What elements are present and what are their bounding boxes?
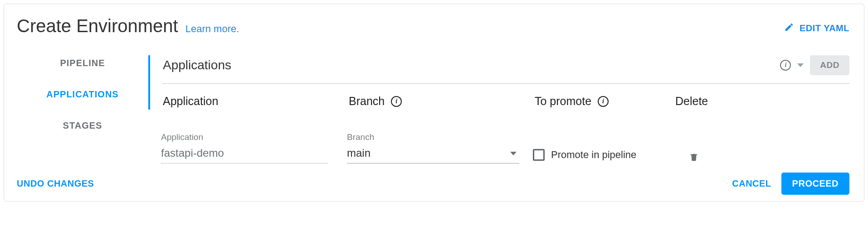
learn-more-link[interactable]: Learn more. xyxy=(185,23,239,35)
col-header-application: Application xyxy=(163,95,344,108)
branch-field: Branch main xyxy=(347,132,528,163)
promote-cell: Promote in pipeline xyxy=(533,149,669,163)
create-environment-panel: Create Environment Learn more. EDIT YAML… xyxy=(4,4,864,202)
col-header-delete-label: Delete xyxy=(675,95,708,108)
undo-changes-button[interactable]: UNDO CHANGES xyxy=(17,178,94,189)
application-row: Application Branch main Promote in pipel… xyxy=(148,123,849,163)
sidebar: PIPELINE APPLICATIONS STAGES xyxy=(17,55,148,163)
trash-icon[interactable] xyxy=(689,152,699,163)
edit-yaml-label: EDIT YAML xyxy=(800,23,849,34)
sidebar-item-stages[interactable]: STAGES xyxy=(17,120,148,131)
promote-checkbox[interactable] xyxy=(533,149,545,161)
chevron-down-icon xyxy=(510,152,517,155)
application-input[interactable] xyxy=(161,144,328,163)
table-header: Application Branch i To promote i Delete xyxy=(163,84,849,110)
col-header-delete: Delete xyxy=(675,95,716,108)
info-icon[interactable]: i xyxy=(780,60,791,71)
edit-yaml-button[interactable]: EDIT YAML xyxy=(784,22,849,34)
promote-label: Promote in pipeline xyxy=(551,149,636,161)
panel-footer: UNDO CHANGES CANCEL PROCEED xyxy=(17,163,849,195)
branch-field-label: Branch xyxy=(347,132,528,142)
delete-cell xyxy=(673,152,714,163)
section-title: Applications xyxy=(163,58,231,72)
section-header: Applications i ADD xyxy=(163,55,849,84)
branch-select-value: main xyxy=(347,147,371,159)
col-header-to-promote: To promote i xyxy=(535,95,671,108)
proceed-button[interactable]: PROCEED xyxy=(781,173,849,195)
page-title: Create Environment xyxy=(17,16,178,36)
info-icon[interactable]: i xyxy=(391,96,402,107)
add-button[interactable]: ADD xyxy=(810,55,849,75)
sidebar-item-pipeline[interactable]: PIPELINE xyxy=(17,58,148,68)
col-header-branch: Branch i xyxy=(349,95,530,108)
footer-right: CANCEL PROCEED xyxy=(732,173,849,195)
col-header-branch-label: Branch xyxy=(349,95,385,108)
main-content: Applications i ADD Application Branch i xyxy=(148,55,849,163)
header-left: Create Environment Learn more. xyxy=(17,16,239,36)
pencil-icon xyxy=(784,22,794,34)
application-field: Application xyxy=(161,132,342,163)
caret-down-icon[interactable] xyxy=(797,63,804,67)
section-header-actions: i ADD xyxy=(780,55,849,75)
panel-body: PIPELINE APPLICATIONS STAGES Application… xyxy=(17,55,849,163)
application-field-label: Application xyxy=(161,132,342,142)
col-header-application-label: Application xyxy=(163,95,218,108)
section-wrapper: Applications i ADD Application Branch i xyxy=(148,55,849,110)
panel-header: Create Environment Learn more. EDIT YAML xyxy=(17,16,849,36)
col-header-to-promote-label: To promote xyxy=(535,95,591,108)
info-icon[interactable]: i xyxy=(598,96,609,107)
branch-select[interactable]: main xyxy=(347,144,519,163)
sidebar-item-applications[interactable]: APPLICATIONS xyxy=(17,89,148,100)
cancel-button[interactable]: CANCEL xyxy=(732,178,771,189)
